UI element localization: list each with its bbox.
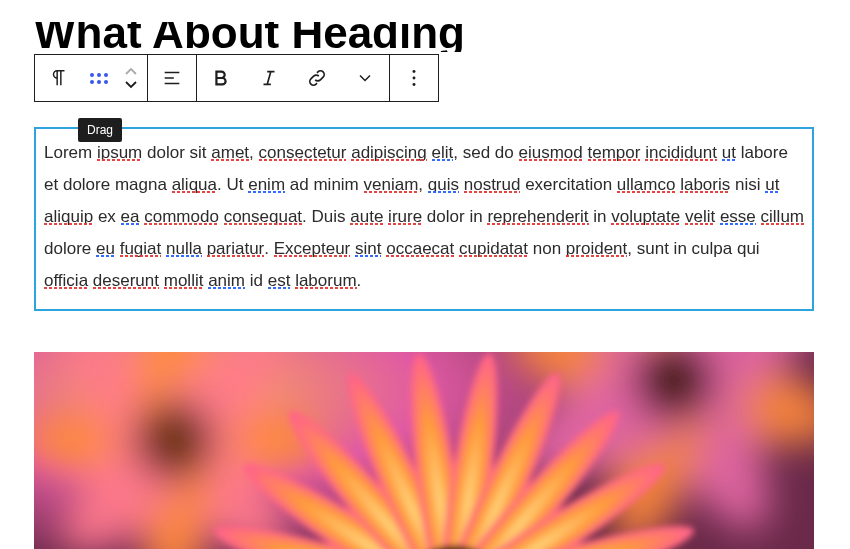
word: pariatur bbox=[207, 239, 265, 258]
word bbox=[185, 143, 190, 162]
word: consequat bbox=[224, 207, 302, 226]
word: deserunt bbox=[93, 271, 159, 290]
word: eu bbox=[96, 239, 115, 258]
word: minim bbox=[313, 175, 358, 194]
more-rich-text-button[interactable] bbox=[341, 55, 389, 101]
word: ipsum bbox=[97, 143, 142, 162]
word: nostrud bbox=[464, 175, 521, 194]
drag-icon bbox=[90, 69, 108, 87]
word: tempor bbox=[588, 143, 641, 162]
chevron-down-icon bbox=[123, 78, 139, 90]
word: nisi bbox=[735, 175, 761, 194]
word: quis bbox=[428, 175, 459, 194]
word: do bbox=[495, 143, 514, 162]
word: enim bbox=[248, 175, 285, 194]
link-button[interactable] bbox=[293, 55, 341, 101]
word: sunt bbox=[637, 239, 669, 258]
word: irure bbox=[388, 207, 422, 226]
word: Excepteur bbox=[274, 239, 351, 258]
word: aute bbox=[350, 207, 383, 226]
word: sint bbox=[355, 239, 381, 258]
word: culpa bbox=[692, 239, 733, 258]
svg-point-2 bbox=[413, 83, 416, 86]
drag-handle[interactable] bbox=[83, 55, 115, 101]
paragraph-block[interactable]: Lorem ipsum dolor sit amet, consectetur … bbox=[34, 127, 814, 311]
word: laborum bbox=[295, 271, 356, 290]
block-toolbar bbox=[34, 54, 439, 102]
word: magna bbox=[115, 175, 167, 194]
word: dolore bbox=[63, 175, 110, 194]
more-vertical-icon bbox=[403, 67, 425, 89]
word: sed bbox=[463, 143, 490, 162]
move-arrows[interactable] bbox=[115, 55, 147, 101]
svg-point-1 bbox=[413, 77, 416, 80]
word: nulla bbox=[166, 239, 202, 258]
word: in bbox=[469, 207, 482, 226]
toolbar-group-align bbox=[148, 54, 197, 102]
paragraph-icon bbox=[48, 67, 70, 89]
word: aliqua bbox=[172, 175, 217, 194]
toolbar-group-block bbox=[34, 54, 148, 102]
block-type-button[interactable] bbox=[35, 55, 83, 101]
word: veniam bbox=[364, 175, 419, 194]
word: laboris bbox=[680, 175, 730, 194]
word: sit bbox=[190, 143, 207, 162]
word: est bbox=[268, 271, 291, 290]
align-button[interactable] bbox=[148, 55, 196, 101]
word: labore bbox=[741, 143, 788, 162]
word: ullamco bbox=[617, 175, 676, 194]
word: commodo bbox=[144, 207, 219, 226]
word: ad bbox=[290, 175, 309, 194]
word: , bbox=[453, 143, 462, 162]
page-title-fragment: What About Heading bbox=[34, 22, 814, 52]
word: , bbox=[418, 175, 427, 194]
options-button[interactable] bbox=[390, 55, 438, 101]
word: id bbox=[250, 271, 263, 290]
word: dolor bbox=[147, 143, 185, 162]
word: in bbox=[674, 239, 687, 258]
word: cupidatat bbox=[459, 239, 528, 258]
word: proident bbox=[566, 239, 627, 258]
word: eiusmod bbox=[519, 143, 583, 162]
chevron-up-icon bbox=[123, 66, 139, 78]
svg-point-8 bbox=[134, 401, 214, 481]
link-icon bbox=[306, 67, 328, 89]
word: adipiscing bbox=[351, 143, 427, 162]
word: Ut bbox=[226, 175, 243, 194]
word: . bbox=[264, 239, 273, 258]
word: Duis bbox=[312, 207, 346, 226]
word: exercitation bbox=[525, 175, 612, 194]
word: Lorem bbox=[44, 143, 92, 162]
word: et bbox=[44, 175, 58, 194]
word bbox=[687, 239, 692, 258]
word: ut bbox=[722, 143, 736, 162]
word: , bbox=[627, 239, 636, 258]
word: in bbox=[593, 207, 606, 226]
word: ut bbox=[765, 175, 779, 194]
word: fugiat bbox=[120, 239, 162, 258]
word: qui bbox=[737, 239, 760, 258]
word: mollit bbox=[164, 271, 204, 290]
word: . bbox=[357, 271, 362, 290]
word: dolore bbox=[44, 239, 91, 258]
toolbar-group-options bbox=[390, 54, 439, 102]
word: aliquip bbox=[44, 207, 93, 226]
bold-button[interactable] bbox=[197, 55, 245, 101]
flower-image bbox=[34, 352, 814, 549]
word: esse bbox=[720, 207, 756, 226]
word: velit bbox=[685, 207, 715, 226]
word: amet bbox=[211, 143, 249, 162]
word: occaecat bbox=[386, 239, 454, 258]
word: dolor bbox=[427, 207, 465, 226]
image-block[interactable] bbox=[34, 352, 814, 549]
align-left-icon bbox=[161, 67, 183, 89]
tooltip-text: Drag bbox=[87, 123, 113, 137]
page-title-text: What About Heading bbox=[34, 22, 465, 52]
word: elit bbox=[432, 143, 454, 162]
word: ex bbox=[98, 207, 116, 226]
chevron-down-icon bbox=[355, 68, 375, 88]
word bbox=[669, 239, 674, 258]
drag-tooltip: Drag bbox=[78, 118, 122, 142]
italic-button[interactable] bbox=[245, 55, 293, 101]
bold-icon bbox=[210, 67, 232, 89]
